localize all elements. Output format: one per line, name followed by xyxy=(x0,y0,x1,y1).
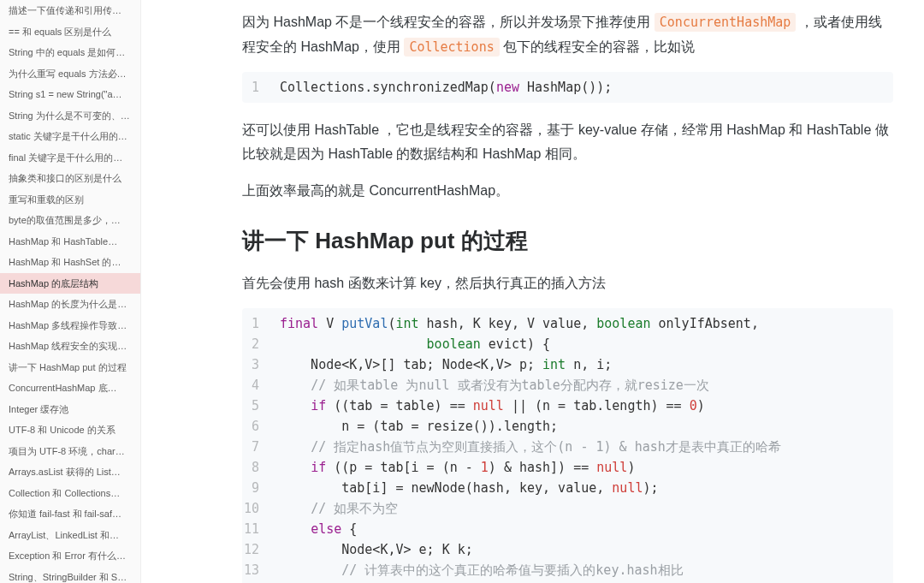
line-number: 13 xyxy=(242,560,280,580)
line-number: 3 xyxy=(242,354,280,375)
code-line: 13 // 计算表中的这个真正的哈希值与要插入的key.hash相比 xyxy=(242,560,893,580)
code-line: 4 // 如果table 为null 或者没有为table分配内存，就resiz… xyxy=(242,375,893,396)
sidebar-item-18[interactable]: ConcurrentHashMap 底… xyxy=(0,378,140,399)
sidebar-item-9[interactable]: 重写和重载的区别 xyxy=(0,189,140,211)
sidebar-item-label: 为什么重写 equals 方法必… xyxy=(9,68,127,79)
sidebar-item-label: HashMap 的底层结构 xyxy=(9,278,98,289)
sidebar-item-label: String 中的 equals 是如何… xyxy=(9,47,125,57)
code-content: // 计算表中的这个真正的哈希值与要插入的key.hash相比 xyxy=(280,560,893,580)
line-number: 12 xyxy=(242,539,280,560)
section-heading-hashmap-put: 讲一下 HashMap put 的过程 xyxy=(242,226,893,256)
paragraph-hashtable: 还可以使用 HashTable ，它也是线程安全的容器，基于 key-value… xyxy=(242,118,893,168)
sidebar-item-4[interactable]: String s1 = new String("a… xyxy=(0,84,140,105)
line-number: 7 xyxy=(242,437,280,457)
line-number: 6 xyxy=(242,416,280,437)
sidebar-item-label: Collection 和 Collections… xyxy=(9,488,120,498)
sidebar-item-23[interactable]: Collection 和 Collections… xyxy=(0,483,140,504)
sidebar-item-label: 抽象类和接口的区别是什么 xyxy=(9,173,121,183)
line-number: 1 xyxy=(242,313,280,334)
code-line: 10 // 如果不为空 xyxy=(242,498,893,519)
sidebar-item-label: byte的取值范围是多少，… xyxy=(9,215,121,225)
sidebar-item-3[interactable]: 为什么重写 equals 方法必… xyxy=(0,63,140,85)
sidebar-item-label: Arrays.asList 获得的 List… xyxy=(9,467,121,477)
sidebar-item-21[interactable]: 项目为 UTF-8 环境，char… xyxy=(0,441,140,462)
sidebar-item-label: ArrayList、LinkedList 和… xyxy=(9,530,119,540)
sidebar-item-14[interactable]: HashMap 的长度为什么是… xyxy=(0,294,140,315)
code-content: if ((tab = table) == null || (n = tab.le… xyxy=(280,396,893,416)
code-line: 1Collections.synchronizedMap(new HashMap… xyxy=(242,77,893,98)
code-block-putval: 1final V putVal(int hash, K key, V value… xyxy=(242,308,893,583)
sidebar-item-16[interactable]: HashMap 线程安全的实现… xyxy=(0,336,140,357)
sidebar-item-label: Integer 缓存池 xyxy=(9,404,68,414)
sidebar-item-0[interactable]: 描述一下值传递和引用传… xyxy=(0,0,140,21)
sidebar-item-label: 你知道 fail-fast 和 fail-saf… xyxy=(9,509,121,519)
code-line: 6 n = (tab = resize()).length; xyxy=(242,416,893,437)
line-number: 1 xyxy=(242,77,280,98)
sidebar-item-label: 项目为 UTF-8 环境，char… xyxy=(9,446,125,456)
sidebar-item-19[interactable]: Integer 缓存池 xyxy=(0,399,140,420)
paragraph-efficiency: 上面效率最高的就是 ConcurrentHashMap。 xyxy=(242,179,893,204)
main-content: 因为 HashMap 不是一个线程安全的容器，所以并发场景下推荐使用 Concu… xyxy=(141,0,924,583)
sidebar-item-17[interactable]: 讲一下 HashMap put 的过程 xyxy=(0,357,140,378)
code-line: 9 tab[i] = newNode(hash, key, value, nul… xyxy=(242,478,893,498)
sidebar-item-11[interactable]: HashMap 和 HashTable… xyxy=(0,231,140,253)
code-content: Node<K,V> e; K k; xyxy=(280,539,893,560)
line-number: 2 xyxy=(242,334,280,354)
sidebar-item-label: static 关键字是干什么用的… xyxy=(9,131,127,141)
line-number: 9 xyxy=(242,478,280,498)
code-content: boolean evict) { xyxy=(280,334,893,354)
sidebar-item-label: String s1 = new String("a… xyxy=(9,89,122,99)
inline-code-concurrenthashmap: ConcurrentHashMap xyxy=(654,13,797,32)
sidebar-item-6[interactable]: static 关键字是干什么用的… xyxy=(0,126,140,147)
sidebar-item-label: HashMap 的长度为什么是… xyxy=(9,299,127,309)
sidebar-item-26[interactable]: Exception 和 Error 有什么… xyxy=(0,545,140,567)
sidebar-item-22[interactable]: Arrays.asList 获得的 List… xyxy=(0,461,140,483)
code-content: else { xyxy=(280,519,893,539)
sidebar-item-2[interactable]: String 中的 equals 是如何… xyxy=(0,42,140,63)
sidebar-item-label: String 为什么是不可变的、… xyxy=(9,110,130,121)
line-number: 10 xyxy=(242,498,280,519)
code-block-synchronizedmap: 1Collections.synchronizedMap(new HashMap… xyxy=(242,72,893,103)
line-number: 11 xyxy=(242,519,280,539)
code-content: final V putVal(int hash, K key, V value,… xyxy=(280,313,893,334)
sidebar-item-8[interactable]: 抽象类和接口的区别是什么 xyxy=(0,168,140,189)
code-line: 12 Node<K,V> e; K k; xyxy=(242,539,893,560)
sidebar-item-label: UTF-8 和 Unicode 的关系 xyxy=(9,425,116,435)
line-number: 4 xyxy=(242,375,280,396)
code-content: Collections.synchronizedMap(new HashMap(… xyxy=(280,77,893,98)
sidebar-item-label: HashMap 和 HashTable… xyxy=(9,236,117,247)
line-number: 5 xyxy=(242,396,280,416)
code-line: 8 if ((p = tab[i = (n - 1) & hash]) == n… xyxy=(242,457,893,478)
sidebar-item-label: HashMap 和 HashSet 的… xyxy=(9,257,121,267)
sidebar-item-label: HashMap 线程安全的实现… xyxy=(9,341,127,351)
code-line: 5 if ((tab = table) == null || (n = tab.… xyxy=(242,396,893,416)
sidebar-item-label: 讲一下 HashMap put 的过程 xyxy=(9,362,127,372)
sidebar-item-label: ConcurrentHashMap 底… xyxy=(9,383,117,393)
sidebar-item-label: == 和 equals 区别是什么 xyxy=(9,27,111,37)
code-content: tab[i] = newNode(hash, key, value, null)… xyxy=(280,478,893,498)
sidebar-item-10[interactable]: byte的取值范围是多少，… xyxy=(0,210,140,231)
sidebar-item-25[interactable]: ArrayList、LinkedList 和… xyxy=(0,525,140,546)
sidebar-item-1[interactable]: == 和 equals 区别是什么 xyxy=(0,21,140,43)
line-number: 8 xyxy=(242,457,280,478)
sidebar-item-27[interactable]: String、StringBuilder 和 S… xyxy=(0,567,140,584)
code-line: 7 // 指定hash值节点为空则直接插入，这个(n - 1) & hash才是… xyxy=(242,437,893,457)
paragraph-intro: 因为 HashMap 不是一个线程安全的容器，所以并发场景下推荐使用 Concu… xyxy=(242,10,893,60)
sidebar-item-13[interactable]: HashMap 的底层结构 xyxy=(0,273,140,294)
code-content: Node<K,V>[] tab; Node<K,V> p; int n, i; xyxy=(280,354,893,375)
code-line: 1final V putVal(int hash, K key, V value… xyxy=(242,313,893,334)
text: 因为 HashMap 不是一个线程安全的容器，所以并发场景下推荐使用 xyxy=(242,15,654,29)
paragraph-put-intro: 首先会使用 hash 函数来计算 key，然后执行真正的插入方法 xyxy=(242,271,893,296)
sidebar-item-5[interactable]: String 为什么是不可变的、… xyxy=(0,105,140,127)
sidebar-item-7[interactable]: final 关键字是干什么用的… xyxy=(0,147,140,169)
sidebar-item-label: Exception 和 Error 有什么… xyxy=(9,550,126,561)
sidebar-item-label: 描述一下值传递和引用传… xyxy=(9,5,121,15)
sidebar-toc[interactable]: 描述一下值传递和引用传…== 和 equals 区别是什么String 中的 e… xyxy=(0,0,141,583)
sidebar-item-15[interactable]: HashMap 多线程操作导致… xyxy=(0,315,140,336)
code-content: // 如果不为空 xyxy=(280,498,893,519)
sidebar-item-20[interactable]: UTF-8 和 Unicode 的关系 xyxy=(0,419,140,441)
sidebar-item-24[interactable]: 你知道 fail-fast 和 fail-saf… xyxy=(0,503,140,525)
inline-code-collections: Collections xyxy=(404,38,499,57)
code-line: 11 else { xyxy=(242,519,893,539)
sidebar-item-12[interactable]: HashMap 和 HashSet 的… xyxy=(0,252,140,273)
